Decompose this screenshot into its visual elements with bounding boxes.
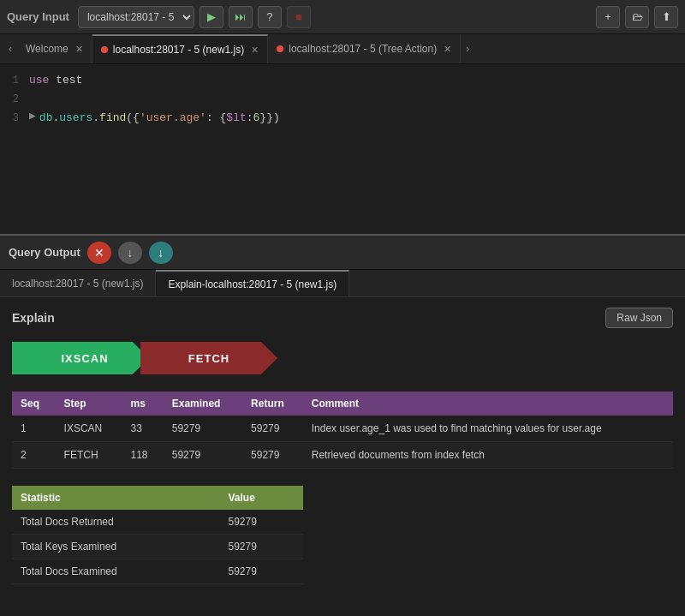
pipeline-ixscan: IXSCAN — [12, 342, 149, 374]
tab-welcome-close[interactable]: ✕ — [75, 44, 83, 55]
tab-new1js-dot — [101, 46, 108, 53]
cell-comment: Retrieved documents from index fetch — [303, 442, 673, 469]
fast-forward-button[interactable]: ⏭ — [229, 6, 253, 28]
cell-return: 59279 — [242, 416, 303, 442]
cell-stat: Total Docs Examined — [12, 559, 219, 584]
output-down-button[interactable]: ↓ — [118, 242, 142, 264]
explain-header: Explain Raw Json — [12, 308, 673, 328]
tab-treeaction-label: localhost:28017 - 5 (Tree Action) — [289, 43, 437, 55]
cell-ms: 33 — [122, 416, 164, 442]
output-clear-button[interactable]: ✕ — [87, 242, 111, 264]
tab-new1js[interactable]: localhost:28017 - 5 (new1.js) ✕ — [92, 34, 268, 63]
cell-examined: 59279 — [164, 416, 242, 442]
output-tab-new1js[interactable]: localhost:28017 - 5 (new1.js) — [0, 270, 156, 296]
tab-bar: ‹ Welcome ✕ localhost:28017 - 5 (new1.js… — [0, 34, 685, 64]
col-examined: Examined — [164, 392, 242, 416]
stats-col-value: Value — [219, 486, 303, 510]
cell-ms: 118 — [122, 442, 164, 469]
cell-stat: Total Keys Examined — [12, 535, 219, 559]
tab-new1js-close[interactable]: ✕ — [251, 45, 259, 56]
raw-json-button[interactable]: Raw Json — [605, 308, 673, 328]
stats-table-body: Total Docs Returned 59279 Total Keys Exa… — [12, 510, 303, 584]
line-content-1: use test — [29, 71, 82, 90]
cell-examined: 59279 — [164, 442, 242, 469]
explain-table: Seq Step ms Examined Return Comment 1 IX… — [12, 392, 673, 469]
col-seq: Seq — [12, 392, 56, 416]
stats-table: Statistic Value Total Docs Returned 5927… — [12, 486, 303, 584]
line-num-1: 1 — [3, 71, 29, 90]
tab-welcome-label: Welcome — [26, 43, 68, 55]
stop-button[interactable]: ■ — [287, 6, 311, 28]
stats-row: Total Keys Examined 59279 — [12, 535, 303, 559]
cell-value: 59279 — [219, 510, 303, 535]
query-input-label: Query Input — [7, 10, 69, 23]
cell-step: IXSCAN — [56, 416, 122, 442]
pipeline: IXSCAN FETCH — [12, 342, 673, 374]
stats-col-stat: Statistic — [12, 486, 219, 510]
explain-row: 1 IXSCAN 33 59279 59279 Index user.age_1… — [12, 416, 673, 442]
col-step: Step — [56, 392, 122, 416]
explain-table-body: 1 IXSCAN 33 59279 59279 Index user.age_1… — [12, 416, 673, 469]
col-return: Return — [242, 392, 303, 416]
pipeline-ixscan-label: IXSCAN — [61, 352, 108, 365]
output-tab-explain[interactable]: Explain-localhost:28017 - 5 (new1.js) — [156, 270, 349, 296]
output-tab-new1js-label: localhost:28017 - 5 (new1.js) — [12, 278, 143, 290]
col-comment: Comment — [303, 392, 673, 416]
tab-new1js-label: localhost:28017 - 5 (new1.js) — [113, 44, 244, 56]
code-line-1: 1 use test — [0, 71, 685, 90]
cell-return: 59279 — [242, 442, 303, 469]
output-export-button[interactable]: ↓ — [149, 242, 173, 264]
stats-row: Total Docs Returned 59279 — [12, 510, 303, 535]
cell-comment: Index user.age_1 was used to find matchi… — [303, 416, 673, 442]
tab-nav-left[interactable]: ‹ — [3, 34, 17, 63]
toolbar-right: + 🗁 ⬆ — [596, 6, 678, 28]
code-editor[interactable]: 1 use test 2 3 ▶ db.users.find({'user.ag… — [0, 64, 685, 236]
add-button[interactable]: + — [596, 6, 620, 28]
line-num-3: 3 — [3, 109, 29, 128]
tab-welcome[interactable]: Welcome ✕ — [17, 34, 92, 63]
explain-title: Explain — [12, 311, 55, 325]
tab-treeaction-close[interactable]: ✕ — [444, 44, 451, 55]
line-content-2 — [29, 90, 36, 109]
tab-treeaction[interactable]: localhost:28017 - 5 (Tree Action) ✕ — [268, 34, 461, 63]
output-section: Query Output ✕ ↓ ↓ localhost:28017 - 5 (… — [0, 236, 685, 616]
output-toolbar: Query Output ✕ ↓ ↓ — [0, 236, 685, 270]
export-button[interactable]: ⬆ — [654, 6, 678, 28]
cell-step: FETCH — [56, 442, 122, 469]
explain-row: 2 FETCH 118 59279 59279 Retrieved docume… — [12, 442, 673, 469]
output-tab-explain-label: Explain-localhost:28017 - 5 (new1.js) — [168, 278, 337, 290]
tab-treeaction-dot — [277, 45, 283, 52]
line-content-3: db.users.find({'user.age': {$lt:6}}) — [39, 109, 280, 128]
help-button[interactable]: ? — [258, 6, 282, 28]
pipeline-fetch-label: FETCH — [188, 352, 229, 365]
cell-seq: 1 — [12, 416, 56, 442]
tab-nav-right[interactable]: › — [461, 34, 474, 63]
cell-seq: 2 — [12, 442, 56, 469]
line-arrow-3: ▶ — [29, 109, 36, 123]
folder-button[interactable]: 🗁 — [625, 6, 649, 28]
play-button[interactable]: ▶ — [200, 6, 223, 28]
stats-row: Total Docs Examined 59279 — [12, 559, 303, 584]
connection-select[interactable]: localhost:28017 - 5 — [78, 6, 194, 28]
output-content: Explain Raw Json IXSCAN FETCH Seq Step — [0, 297, 685, 616]
main-area: 1 use test 2 3 ▶ db.users.find({'user.ag… — [0, 64, 685, 616]
output-label: Query Output — [9, 246, 80, 259]
top-toolbar: Query Input localhost:28017 - 5 ▶ ⏭ ? ■ … — [0, 0, 685, 34]
cell-stat: Total Docs Returned — [12, 510, 219, 535]
code-line-3: 3 ▶ db.users.find({'user.age': {$lt:6}}) — [0, 109, 685, 128]
cell-value: 59279 — [219, 559, 303, 584]
line-num-2: 2 — [3, 90, 29, 109]
pipeline-fetch: FETCH — [140, 342, 277, 374]
code-line-2: 2 — [0, 90, 685, 109]
output-tabs: localhost:28017 - 5 (new1.js) Explain-lo… — [0, 270, 685, 297]
cell-value: 59279 — [219, 535, 303, 559]
col-ms: ms — [122, 392, 164, 416]
